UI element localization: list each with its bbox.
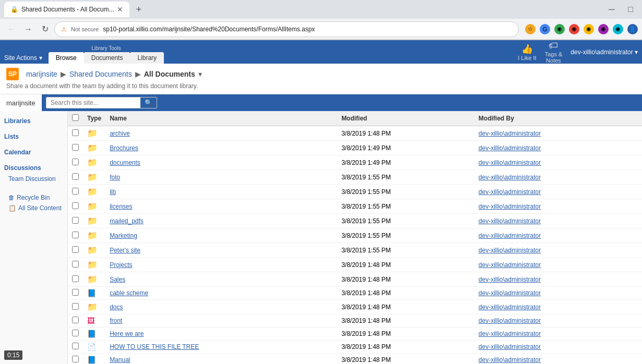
- chrome-icon-4[interactable]: ◉: [584, 24, 594, 34]
- sidebar: Libraries Lists Calendar Discussions Tea…: [0, 111, 68, 364]
- doc-name-link[interactable]: docs: [110, 304, 123, 311]
- chrome-icon-1[interactable]: G: [540, 24, 550, 34]
- modified-by-link[interactable]: dev-xillio\administrator: [479, 289, 541, 297]
- modified-by-link[interactable]: dev-xillio\administrator: [479, 330, 541, 337]
- doc-name-link[interactable]: Manual: [110, 356, 130, 363]
- row-checkbox[interactable]: [72, 173, 79, 180]
- breadcrumb-shared-docs-link[interactable]: Shared Documents: [69, 70, 132, 78]
- active-tab[interactable]: 🔒 Shared Documents - All Docum... ✕: [4, 2, 129, 17]
- search-bar[interactable]: 🔍: [46, 97, 157, 108]
- doc-name-link[interactable]: licenses: [110, 203, 132, 210]
- row-checkbox[interactable]: [72, 217, 79, 224]
- row-name-cell: Peter's site: [105, 243, 337, 258]
- doc-name-link[interactable]: Marketing: [110, 232, 137, 239]
- tab-library[interactable]: Library: [130, 52, 164, 64]
- sidebar-section-libraries[interactable]: Libraries: [0, 115, 67, 127]
- sidebar-section-discussions[interactable]: Discussions: [0, 162, 67, 174]
- reload-button[interactable]: ↻: [38, 22, 52, 37]
- chrome-icon-5[interactable]: ◉: [598, 24, 609, 34]
- doc-name-link[interactable]: mailed_pdfs: [110, 217, 144, 225]
- breadcrumb-dropdown-icon[interactable]: ▾: [198, 70, 202, 78]
- chrome-icon-3[interactable]: ◉: [569, 24, 579, 34]
- sidebar-section-calendar[interactable]: Calendar: [0, 147, 67, 158]
- modified-by-link[interactable]: dev-xillio\administrator: [479, 343, 541, 350]
- search-input[interactable]: [46, 98, 140, 107]
- maximize-button[interactable]: □: [623, 2, 638, 17]
- breadcrumb-site-link[interactable]: marijnsite: [26, 70, 57, 78]
- forward-button[interactable]: →: [21, 22, 35, 37]
- tab-browse[interactable]: Browse: [49, 52, 84, 64]
- sidebar-item-all-site-content[interactable]: 📋 All Site Content: [0, 203, 67, 213]
- row-modified-by-cell: dev-xillio\administrator: [474, 228, 642, 243]
- row-checkbox[interactable]: [72, 289, 79, 296]
- row-checkbox[interactable]: [72, 144, 79, 151]
- user-account-button[interactable]: dev-xillio\administrator ▾: [570, 48, 638, 56]
- doc-name-link[interactable]: Sales: [110, 276, 125, 283]
- doc-name-link[interactable]: cable scheme: [110, 289, 148, 297]
- browser-controls: ← → ↻ ⚠ Not secure sp10-portal.xillio.co…: [0, 19, 642, 40]
- tab-close-icon[interactable]: ✕: [117, 5, 123, 14]
- row-modified-cell: 3/8/2019 1:48 PM: [337, 300, 474, 314]
- modified-by-link[interactable]: dev-xillio\administrator: [479, 317, 541, 324]
- modified-by-link[interactable]: dev-xillio\administrator: [479, 174, 541, 181]
- doc-name-link[interactable]: Projects: [110, 261, 132, 269]
- select-all-checkbox[interactable]: [72, 114, 79, 121]
- row-checkbox[interactable]: [72, 275, 79, 282]
- row-checkbox[interactable]: [72, 246, 79, 253]
- profile-icon[interactable]: 👤: [627, 24, 638, 34]
- modified-by-link[interactable]: dev-xillio\administrator: [479, 217, 541, 225]
- doc-name-link[interactable]: HOW TO USE THIS FILE TREE: [110, 343, 199, 350]
- all-content-icon: 📋: [8, 204, 16, 212]
- modified-by-link[interactable]: dev-xillio\administrator: [479, 261, 541, 269]
- new-tab-button[interactable]: +: [132, 4, 146, 15]
- library-tools-label: Library Tools: [87, 44, 125, 52]
- row-modified-by-cell: dev-xillio\administrator: [474, 155, 642, 170]
- sidebar-item-recycle-bin[interactable]: 🗑 Recycle Bin: [0, 192, 67, 203]
- chrome-icon-2[interactable]: ◉: [554, 24, 565, 34]
- row-checkbox[interactable]: [72, 159, 79, 165]
- row-checkbox[interactable]: [72, 261, 79, 268]
- sidebar-item-team-discussion[interactable]: Team Discussion: [0, 174, 67, 184]
- modified-by-link[interactable]: dev-xillio\administrator: [479, 159, 541, 166]
- back-button[interactable]: ←: [4, 22, 19, 37]
- doc-name-link[interactable]: Here we are: [110, 330, 144, 337]
- search-button[interactable]: 🔍: [140, 98, 157, 108]
- row-checkbox[interactable]: [72, 330, 79, 336]
- doc-name-link[interactable]: Peter's site: [110, 247, 140, 254]
- row-checkbox[interactable]: [72, 188, 79, 195]
- modified-by-link[interactable]: dev-xillio\administrator: [479, 247, 541, 254]
- doc-name-link[interactable]: Brochures: [110, 144, 138, 152]
- doc-name-link[interactable]: lib: [110, 188, 116, 196]
- site-actions-button[interactable]: Site Actions ▾: [0, 52, 46, 64]
- row-checkbox[interactable]: [72, 303, 79, 310]
- tab-documents[interactable]: Documents: [84, 52, 130, 64]
- doc-name-link[interactable]: documents: [110, 159, 140, 166]
- sidebar-section-lists[interactable]: Lists: [0, 131, 67, 142]
- row-checkbox-cell: [68, 354, 83, 365]
- row-checkbox[interactable]: [72, 343, 79, 349]
- row-modified-by-cell: dev-xillio\administrator: [474, 354, 642, 365]
- modified-by-link[interactable]: dev-xillio\administrator: [479, 188, 541, 196]
- modified-by-link[interactable]: dev-xillio\administrator: [479, 356, 541, 363]
- modified-by-link[interactable]: dev-xillio\administrator: [479, 276, 541, 283]
- address-bar[interactable]: ⚠ Not secure sp10-portal.xillio.com/mari…: [54, 21, 519, 37]
- row-checkbox[interactable]: [72, 232, 79, 238]
- minimize-button[interactable]: ─: [604, 2, 619, 17]
- modified-by-link[interactable]: dev-xillio\administrator: [479, 144, 541, 152]
- row-checkbox[interactable]: [72, 129, 79, 136]
- modified-by-link[interactable]: dev-xillio\administrator: [479, 304, 541, 311]
- modified-by-link[interactable]: dev-xillio\administrator: [479, 203, 541, 210]
- row-checkbox[interactable]: [72, 356, 79, 362]
- tags-notes-button[interactable]: 🏷 Tags & Notes: [545, 40, 563, 64]
- row-checkbox[interactable]: [72, 317, 79, 323]
- doc-name-link[interactable]: foto: [110, 174, 120, 181]
- extensions-icon[interactable]: ☆: [525, 24, 536, 34]
- chrome-icon-6[interactable]: ◉: [613, 24, 623, 34]
- doc-name-link[interactable]: archive: [110, 130, 130, 137]
- doc-name-link[interactable]: front: [110, 317, 122, 324]
- nav-site-link[interactable]: marijnsite: [0, 94, 42, 111]
- modified-by-link[interactable]: dev-xillio\administrator: [479, 130, 541, 137]
- i-like-it-button[interactable]: 👍 I Like It: [518, 43, 536, 61]
- modified-by-link[interactable]: dev-xillio\administrator: [479, 232, 541, 239]
- row-checkbox[interactable]: [72, 202, 79, 209]
